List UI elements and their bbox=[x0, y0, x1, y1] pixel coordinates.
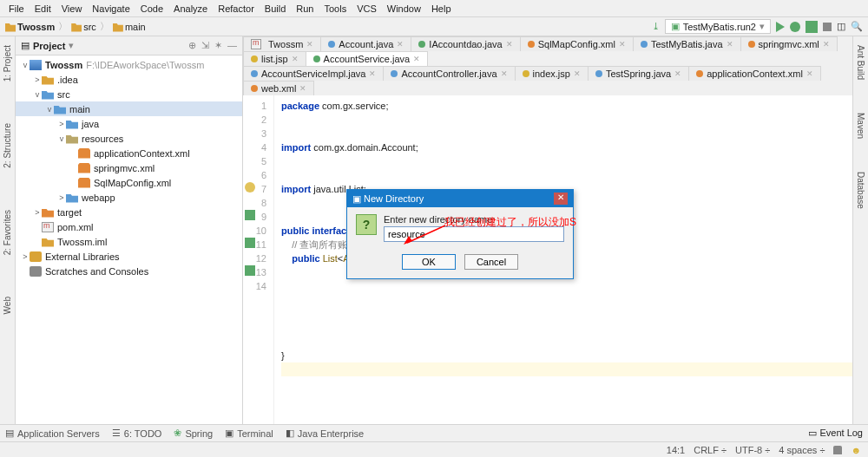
debug-button[interactable] bbox=[790, 22, 800, 32]
editor-tab[interactable]: Twossm✕ bbox=[243, 36, 321, 51]
layout-icon[interactable]: ◫ bbox=[837, 21, 845, 32]
editor-tab[interactable]: list.jsp✕ bbox=[243, 51, 306, 66]
tree-item[interactable]: >webapp bbox=[16, 190, 242, 205]
close-tab-icon[interactable]: ✕ bbox=[397, 40, 404, 49]
tool-terminal[interactable]: ▣Terminal bbox=[225, 428, 273, 439]
close-tab-icon[interactable]: ✕ bbox=[823, 40, 830, 49]
breadcrumb-root[interactable]: Twossm bbox=[17, 22, 55, 32]
tree-root[interactable]: Twossm bbox=[45, 60, 82, 70]
tool-favorites[interactable]: 2: Favorites bbox=[3, 206, 12, 258]
editor-tab[interactable]: IAccountdao.java✕ bbox=[411, 36, 520, 51]
close-tab-icon[interactable]: ✕ bbox=[506, 40, 513, 49]
tool-todo[interactable]: ☰6: TODO bbox=[112, 428, 162, 439]
close-tab-icon[interactable]: ✕ bbox=[727, 40, 733, 49]
tree-item[interactable]: Twossm.iml bbox=[16, 234, 242, 249]
menu-tools[interactable]: Tools bbox=[319, 3, 352, 14]
close-tab-icon[interactable]: ✕ bbox=[806, 69, 813, 78]
ok-button[interactable]: OK bbox=[402, 254, 456, 270]
close-tab-icon[interactable]: ✕ bbox=[674, 69, 681, 78]
close-icon[interactable]: ✕ bbox=[554, 193, 568, 205]
editor-tab[interactable]: TestMyBatis.java✕ bbox=[633, 36, 741, 51]
chevron-down-icon[interactable]: ▾ bbox=[69, 40, 74, 51]
menu-file[interactable]: File bbox=[3, 3, 30, 14]
project-tree[interactable]: vTwossmF:\IDEAworkSpace\Twossm >.ideavsr… bbox=[16, 55, 242, 424]
menu-run[interactable]: Run bbox=[291, 3, 319, 14]
editor-tab[interactable]: AccountService.java✕ bbox=[306, 51, 429, 66]
tree-item[interactable]: applicationContext.xml bbox=[16, 146, 242, 160]
menu-view[interactable]: View bbox=[56, 3, 88, 14]
editor-tab[interactable]: Account.java✕ bbox=[320, 36, 411, 51]
settings-icon[interactable]: ✶ bbox=[214, 40, 222, 51]
coverage-button[interactable] bbox=[806, 21, 818, 33]
close-tab-icon[interactable]: ✕ bbox=[574, 69, 581, 78]
tool-spring[interactable]: ❀Spring bbox=[174, 428, 213, 439]
tree-item[interactable]: vmain bbox=[16, 101, 242, 116]
editor-tab[interactable]: SqlMapConfig.xml✕ bbox=[520, 36, 634, 51]
tool-ant[interactable]: Ant Build bbox=[856, 42, 865, 83]
menu-analyze[interactable]: Analyze bbox=[168, 3, 213, 14]
run-button[interactable] bbox=[776, 22, 785, 32]
inspector-icon[interactable]: ☻ bbox=[851, 445, 861, 455]
tool-web[interactable]: Web bbox=[3, 293, 12, 317]
tree-item[interactable]: vresources bbox=[16, 131, 242, 146]
close-tab-icon[interactable]: ✕ bbox=[369, 69, 376, 78]
editor-tab[interactable]: AccountController.java✕ bbox=[383, 66, 515, 81]
select-opened-icon[interactable]: ⊕ bbox=[188, 40, 196, 51]
tool-database[interactable]: Database bbox=[856, 168, 865, 212]
status-encoding[interactable]: UTF-8 ÷ bbox=[735, 445, 770, 455]
editor-tab[interactable]: web.xml✕ bbox=[243, 81, 314, 95]
tree-scratches[interactable]: Scratches and Consoles bbox=[45, 266, 148, 277]
tool-eventlog[interactable]: ▭ Event Log bbox=[808, 428, 863, 439]
tree-item[interactable]: SqlMapConfig.xml bbox=[16, 175, 242, 190]
tool-maven[interactable]: Maven bbox=[856, 109, 865, 142]
breadcrumb-src[interactable]: src bbox=[83, 22, 96, 32]
tree-item[interactable]: pom.xml bbox=[16, 219, 242, 234]
menu-vcs[interactable]: VCS bbox=[352, 3, 382, 14]
search-icon[interactable]: 🔍 bbox=[851, 21, 863, 32]
build-icon[interactable]: ⤓ bbox=[652, 21, 660, 32]
status-line-ending[interactable]: CRLF ÷ bbox=[694, 445, 727, 455]
collapse-icon[interactable]: ⇲ bbox=[201, 40, 209, 51]
menu-window[interactable]: Window bbox=[382, 3, 426, 14]
close-tab-icon[interactable]: ✕ bbox=[501, 69, 508, 78]
hide-icon[interactable]: — bbox=[227, 40, 237, 51]
tool-project[interactable]: 1: Project bbox=[3, 42, 12, 85]
menu-code[interactable]: Code bbox=[135, 3, 168, 14]
editor-tab[interactable]: TestSpring.java✕ bbox=[588, 66, 689, 81]
tree-item[interactable]: >.idea bbox=[16, 72, 242, 87]
cancel-button[interactable]: Cancel bbox=[464, 254, 518, 270]
tree-item[interactable]: springmvc.xml bbox=[16, 160, 242, 175]
gutter-run-icon[interactable] bbox=[245, 265, 255, 276]
stop-button[interactable] bbox=[823, 23, 832, 31]
gutter-run-icon[interactable] bbox=[245, 238, 255, 248]
close-tab-icon[interactable]: ✕ bbox=[292, 55, 299, 63]
run-config-selector[interactable]: ▣ TestMyBatis.run2 ▾ bbox=[665, 19, 771, 34]
tool-structure[interactable]: 2: Structure bbox=[3, 120, 12, 172]
close-tab-icon[interactable]: ✕ bbox=[413, 55, 420, 63]
gutter-mark-icon[interactable] bbox=[245, 182, 255, 193]
lock-icon[interactable] bbox=[833, 446, 842, 454]
tree-ext-libs[interactable]: External Libraries bbox=[45, 251, 120, 262]
status-position[interactable]: 14:1 bbox=[667, 445, 685, 455]
menu-help[interactable]: Help bbox=[426, 3, 457, 14]
breadcrumb-main[interactable]: main bbox=[125, 22, 146, 32]
tree-item[interactable]: >target bbox=[16, 205, 242, 219]
tool-javaee[interactable]: ◧Java Enterprise bbox=[286, 428, 364, 439]
status-indent[interactable]: 4 spaces ÷ bbox=[779, 445, 825, 455]
dropdown-icon[interactable]: ▤ bbox=[21, 40, 30, 51]
menu-build[interactable]: Build bbox=[260, 3, 291, 14]
gutter-run-icon[interactable] bbox=[245, 210, 255, 220]
menu-edit[interactable]: Edit bbox=[30, 3, 56, 14]
editor-tab[interactable]: AccountServiceImpl.java✕ bbox=[243, 66, 384, 81]
tree-item[interactable]: vsrc bbox=[16, 87, 242, 101]
close-tab-icon[interactable]: ✕ bbox=[619, 40, 626, 49]
tool-appservers[interactable]: ▤Application Servers bbox=[5, 428, 100, 439]
close-tab-icon[interactable]: ✕ bbox=[299, 84, 306, 93]
editor-tab[interactable]: applicationContext.xml✕ bbox=[688, 66, 821, 81]
breadcrumb[interactable]: Twossm 〉 src 〉 main bbox=[5, 20, 146, 33]
menu-refactor[interactable]: Refactor bbox=[213, 3, 260, 14]
editor-tab[interactable]: springmvc.xml✕ bbox=[740, 36, 838, 51]
close-tab-icon[interactable]: ✕ bbox=[306, 40, 313, 49]
tree-item[interactable]: >java bbox=[16, 116, 242, 131]
menu-navigate[interactable]: Navigate bbox=[87, 3, 135, 14]
